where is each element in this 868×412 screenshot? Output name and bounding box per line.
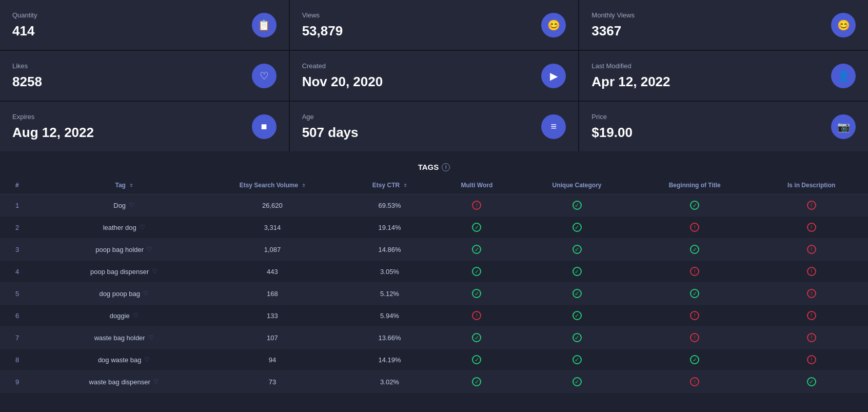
check-icon: ✓	[573, 201, 582, 210]
th-tag[interactable]: Tag	[48, 176, 200, 194]
cell-unique-category: ✓	[519, 327, 635, 349]
favorite-icon[interactable]: ♡	[129, 202, 134, 209]
cell-is-in-description: !	[755, 261, 868, 283]
tag-text: leather dog	[103, 224, 136, 231]
stat-card-age: Age 507 days ≡	[290, 102, 579, 151]
cell-multi-word: ✓	[435, 349, 519, 371]
th-sort-tag[interactable]: Tag	[115, 182, 132, 189]
cell-is-in-description: !	[755, 349, 868, 371]
alert-icon: !	[807, 333, 816, 342]
tag-text: poop bag dispenser	[90, 268, 149, 276]
th-multi_word: Multi Word	[435, 176, 519, 194]
stat-content-expires: Expires Aug 12, 2022	[12, 113, 94, 141]
stat-content-quantity: Quantity 414	[12, 11, 37, 39]
favorite-icon[interactable]: ♡	[153, 378, 159, 385]
stat-label-price: Price	[591, 113, 633, 121]
cell-etsy-ctr: 5.12%	[345, 283, 435, 305]
check-icon: ✓	[573, 267, 582, 276]
stat-label-monthly-views: Monthly Views	[591, 11, 635, 19]
cell-unique-category: ✓	[519, 371, 635, 393]
th-sort-etsy_search_volume[interactable]: Etsy Search Volume	[240, 182, 306, 189]
table-row: 4poop bag dispenser♡4433.05%✓✓!!	[0, 261, 868, 283]
cell-beginning-of-title: !	[635, 217, 755, 239]
tag-text: dog waste bag	[98, 356, 142, 364]
cell-etsy-ctr: 14.86%	[345, 239, 435, 261]
play-icon: ▶	[541, 64, 566, 88]
th-etsy_ctr[interactable]: Etsy CTR	[345, 176, 435, 194]
th-is_in_description: Is in Description	[755, 176, 868, 194]
alert-icon: !	[690, 223, 699, 232]
cell-num: 6	[0, 305, 48, 327]
cell-multi-word: ✓	[435, 261, 519, 283]
tag-text: doggie	[110, 312, 130, 320]
cell-etsy-search-volume: 133	[200, 305, 345, 327]
stat-value-monthly-views: 3367	[591, 23, 635, 39]
alert-icon: !	[807, 289, 816, 298]
cell-etsy-ctr: 13.66%	[345, 327, 435, 349]
stats-grid: Quantity 414 📋 Views 53,879 😊 Monthly Vi…	[0, 0, 868, 151]
alert-icon: !	[690, 267, 699, 276]
favorite-icon[interactable]: ♡	[144, 356, 150, 363]
cell-tag: leather dog♡	[48, 217, 200, 239]
stat-value-price: $19.00	[591, 125, 633, 141]
cell-is-in-description: !	[755, 217, 868, 239]
camera-icon: 📷	[831, 114, 856, 139]
cell-num: 4	[0, 261, 48, 283]
cell-unique-category: ✓	[519, 217, 635, 239]
cell-etsy-search-volume: 107	[200, 327, 345, 349]
favorite-icon[interactable]: ♡	[147, 246, 152, 253]
cell-beginning-of-title: !	[635, 305, 755, 327]
check-icon: ✓	[472, 245, 481, 254]
cell-beginning-of-title: !	[635, 261, 755, 283]
clipboard-icon: 📋	[252, 13, 277, 37]
table-row: 5dog poop bag♡1685.12%✓✓✓!	[0, 283, 868, 305]
check-icon: ✓	[690, 355, 699, 364]
cell-etsy-search-volume: 73	[200, 371, 345, 393]
cell-is-in-description: !	[755, 283, 868, 305]
person-icon: 👤	[831, 64, 856, 88]
stat-label-last-modified: Last Modified	[591, 62, 670, 70]
favorite-icon[interactable]: ♡	[133, 312, 139, 319]
stat-card-monthly-views: Monthly Views 3367 😊	[579, 0, 868, 50]
cell-multi-word: !	[435, 305, 519, 327]
cell-etsy-ctr: 3.02%	[345, 371, 435, 393]
tags-title: TAGS i	[0, 155, 868, 176]
alert-icon: !	[690, 377, 699, 386]
stat-content-created: Created Nov 20, 2020	[302, 62, 383, 90]
cell-etsy-search-volume: 168	[200, 283, 345, 305]
cell-unique-category: ✓	[519, 349, 635, 371]
cell-num: 9	[0, 371, 48, 393]
favorite-icon[interactable]: ♡	[140, 224, 145, 231]
tag-text: poop bag holder	[95, 246, 144, 253]
cell-etsy-search-volume: 26,620	[200, 194, 345, 217]
stat-value-created: Nov 20, 2020	[302, 74, 383, 90]
check-icon: ✓	[472, 267, 481, 276]
info-icon[interactable]: i	[442, 163, 450, 171]
stat-content-monthly-views: Monthly Views 3367	[591, 11, 635, 39]
check-icon: ✓	[807, 377, 816, 386]
check-icon: ✓	[472, 223, 481, 232]
square-icon: ■	[252, 114, 277, 139]
cell-multi-word: ✓	[435, 371, 519, 393]
favorite-icon[interactable]: ♡	[148, 334, 154, 341]
smiley-icon: 😊	[541, 13, 566, 37]
check-icon: ✓	[472, 289, 481, 298]
cell-multi-word: ✓	[435, 217, 519, 239]
stat-card-expires: Expires Aug 12, 2022 ■	[0, 102, 289, 151]
cell-unique-category: ✓	[519, 283, 635, 305]
stat-card-last-modified: Last Modified Apr 12, 2022 👤	[579, 51, 868, 101]
stat-label-age: Age	[302, 113, 359, 121]
cell-beginning-of-title: ✓	[635, 283, 755, 305]
favorite-icon[interactable]: ♡	[143, 290, 149, 297]
cell-num: 8	[0, 349, 48, 371]
th-sort-etsy_ctr[interactable]: Etsy CTR	[372, 182, 407, 189]
stat-card-views: Views 53,879 😊	[290, 0, 579, 50]
stat-label-created: Created	[302, 62, 383, 70]
favorite-icon[interactable]: ♡	[152, 268, 157, 275]
cell-etsy-search-volume: 1,087	[200, 239, 345, 261]
tags-section: TAGS i # Tag Etsy Search Volume Etsy CTR…	[0, 151, 868, 397]
cell-beginning-of-title: !	[635, 371, 755, 393]
th-etsy_search_volume[interactable]: Etsy Search Volume	[200, 176, 345, 194]
cell-is-in-description: ✓	[755, 371, 868, 393]
table-row: 1Dog♡26,62069.53%!✓✓!	[0, 194, 868, 217]
